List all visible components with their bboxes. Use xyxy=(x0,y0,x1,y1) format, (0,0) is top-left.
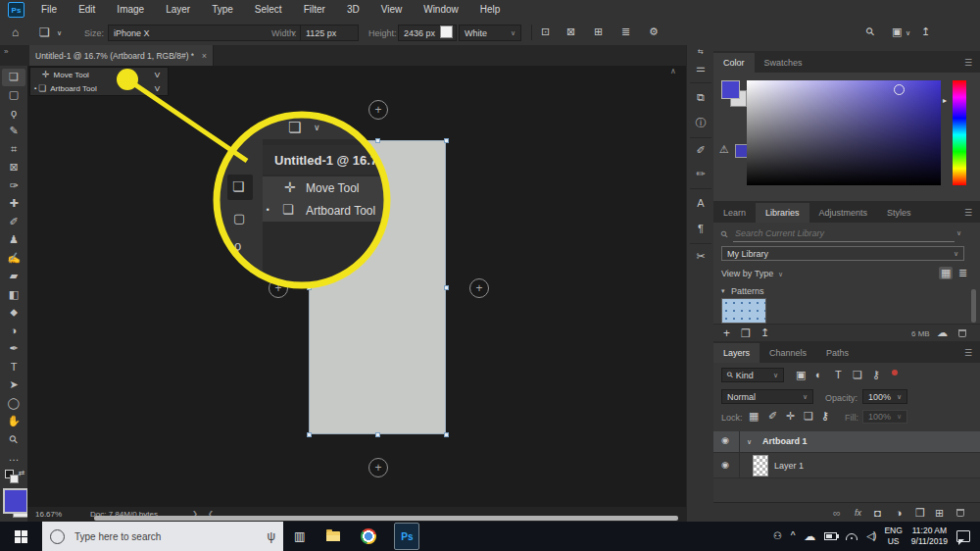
blend-mode-dropdown[interactable]: Normal ∨ xyxy=(721,389,813,404)
lock-transparency-icon[interactable]: ▦ xyxy=(749,411,759,422)
hue-slider-arrow-icon[interactable]: ▸ xyxy=(943,96,947,105)
artboard-handle[interactable] xyxy=(444,138,449,143)
new-group-folder-icon[interactable]: ❒ xyxy=(741,328,751,339)
filter-pixel-layers-icon[interactable]: ▣ xyxy=(796,370,806,380)
lock-paint-icon[interactable]: ✐ xyxy=(768,411,777,422)
pen-tool-icon[interactable]: ✒ xyxy=(0,343,27,354)
language-indicator[interactable]: ENG US xyxy=(884,526,902,547)
foreground-color-well[interactable] xyxy=(3,488,28,514)
artboard-handle[interactable] xyxy=(444,285,449,290)
visibility-eye-icon[interactable]: ◉ xyxy=(721,436,729,445)
document-tab[interactable]: Untitled-1 @ 16.7% (Artboard 1, RGB/8#) … xyxy=(29,45,214,66)
workspace-icon[interactable]: ▣ xyxy=(892,26,902,37)
crop-tool-icon[interactable]: ⌗ xyxy=(0,144,27,155)
menu-layer[interactable]: Layer xyxy=(155,0,201,20)
tab-channels[interactable]: Channels xyxy=(760,343,816,363)
tab-libraries[interactable]: Libraries xyxy=(756,203,809,223)
lasso-tool-icon[interactable]: ϙ xyxy=(0,108,27,119)
filter-type-layers-icon[interactable]: T xyxy=(835,370,842,380)
tab-layers[interactable]: Layers xyxy=(713,343,760,363)
collapse-panels-icon[interactable]: ⇆ xyxy=(687,48,714,55)
dodge-tool-icon[interactable]: ◑ xyxy=(0,326,27,336)
view-by-type-label[interactable]: View by Type xyxy=(721,269,773,278)
menu-image[interactable]: Image xyxy=(106,0,155,20)
taskbar-search[interactable]: ψ xyxy=(42,522,283,551)
speaker-icon[interactable]: ◁) xyxy=(866,531,875,541)
path-selection-tool-icon[interactable]: ➤ xyxy=(0,379,27,390)
artboard-tool-icon[interactable]: ❏ xyxy=(39,26,50,38)
photoshop-taskbar-button[interactable]: Ps xyxy=(394,523,419,550)
lock-artboard-icon[interactable]: ❏ xyxy=(804,411,813,422)
fill-input[interactable]: 100% ∨ xyxy=(862,410,907,424)
color-picker-marker[interactable] xyxy=(894,84,905,95)
background-color-dropdown[interactable]: White ∨ xyxy=(459,25,521,41)
clone-stamp-tool-icon[interactable]: ♟ xyxy=(0,234,27,245)
lock-position-icon[interactable]: ✛ xyxy=(786,411,795,422)
people-icon[interactable]: ⚇ xyxy=(773,531,782,541)
properties-panel-icon[interactable]: ⚌ xyxy=(687,63,714,74)
home-icon[interactable]: ⌂ xyxy=(12,26,19,38)
brushes-panel-icon[interactable]: ✏ xyxy=(687,169,714,179)
onedrive-cloud-icon[interactable]: ☁ xyxy=(804,530,815,542)
toolbar-expand-icon[interactable]: » xyxy=(4,47,8,56)
cloud-sync-icon[interactable]: ☁ xyxy=(937,327,948,338)
blur-tool-icon[interactable]: ⬥ xyxy=(0,307,27,318)
menu-view[interactable]: View xyxy=(370,0,414,20)
delete-icon[interactable] xyxy=(958,329,966,337)
chevron-down-icon[interactable]: ∨ xyxy=(956,229,961,237)
foreground-color-chip[interactable] xyxy=(721,80,740,99)
taskbar-search-input[interactable] xyxy=(73,530,259,543)
layer-effects-icon[interactable]: fx xyxy=(855,508,861,518)
show-hidden-icons-chevron[interactable]: ^ xyxy=(791,531,796,541)
file-explorer-icon[interactable] xyxy=(326,531,340,541)
artboard-handle[interactable] xyxy=(375,138,380,143)
type-tool-icon[interactable]: T xyxy=(0,362,27,373)
delete-layer-icon[interactable] xyxy=(956,509,964,517)
color-gradient-field[interactable] xyxy=(747,80,941,185)
tab-styles[interactable]: Styles xyxy=(877,203,921,223)
menu-window[interactable]: Window xyxy=(413,0,469,20)
artboard-handle[interactable] xyxy=(307,432,312,437)
gradient-tool-icon[interactable]: ◧ xyxy=(0,289,27,300)
info-panel-icon[interactable]: ⓘ xyxy=(687,118,714,128)
close-icon[interactable]: × xyxy=(202,51,207,61)
menu-edit[interactable]: Edit xyxy=(68,0,106,20)
libraries-scrollbar[interactable] xyxy=(971,289,976,323)
hue-slider[interactable] xyxy=(953,80,966,185)
wifi-icon[interactable] xyxy=(846,532,858,540)
layer-row-layer1[interactable]: ◉ Layer 1 xyxy=(713,453,980,478)
expand-chevron-icon[interactable]: ∨ xyxy=(747,438,752,446)
tool-preset-chevron-icon[interactable]: ∨ xyxy=(57,29,62,36)
quick-selection-tool-icon[interactable]: ✎ xyxy=(0,125,27,136)
eyedropper-tool-icon[interactable]: ✑ xyxy=(0,180,27,191)
flyout-move-tool[interactable]: ✛ Move Tool V xyxy=(30,68,168,81)
flyout-artboard-tool[interactable]: ▪ ❏ Artboard Tool V xyxy=(30,81,168,95)
background-color-swatch[interactable] xyxy=(440,25,453,38)
paragraph-panel-icon[interactable]: ¶ xyxy=(687,224,714,234)
tab-adjustments[interactable]: Adjustments xyxy=(809,203,878,223)
microphone-icon[interactable]: ψ xyxy=(267,529,275,543)
task-view-icon[interactable]: ▥ xyxy=(294,529,305,543)
library-search-input[interactable] xyxy=(733,225,955,242)
menu-select[interactable]: Select xyxy=(244,0,293,20)
filter-adjustment-layers-icon[interactable]: ◐ xyxy=(815,370,822,380)
zoom-level[interactable]: 16.67% xyxy=(35,510,62,519)
layer-name[interactable]: Artboard 1 xyxy=(762,436,808,446)
align-icon[interactable]: ≣ xyxy=(621,26,630,37)
artboard-tool-icon[interactable]: ❏ xyxy=(0,72,27,82)
battery-icon[interactable] xyxy=(824,532,837,540)
tools-panel-icon[interactable]: ✂ xyxy=(687,251,714,262)
chevron-down-icon[interactable]: ∨ xyxy=(778,271,783,278)
opacity-input[interactable]: 100% ∨ xyxy=(862,389,907,404)
menu-3d[interactable]: 3D xyxy=(336,0,370,20)
edit-toolbar-icon[interactable]: … xyxy=(0,452,27,463)
layer-thumbnail[interactable] xyxy=(753,455,768,476)
share-icon[interactable]: ↥ xyxy=(921,26,930,37)
add-artboard-bottom-button[interactable]: + xyxy=(368,458,388,477)
grid-view-icon[interactable]: ▦ xyxy=(939,267,953,279)
menu-help[interactable]: Help xyxy=(469,0,512,20)
tab-learn[interactable]: Learn xyxy=(713,203,756,223)
panel-menu-icon[interactable]: ☰ xyxy=(956,203,980,223)
layer-mask-icon[interactable]: ◘ xyxy=(874,508,881,519)
menu-file[interactable]: File xyxy=(30,0,68,20)
